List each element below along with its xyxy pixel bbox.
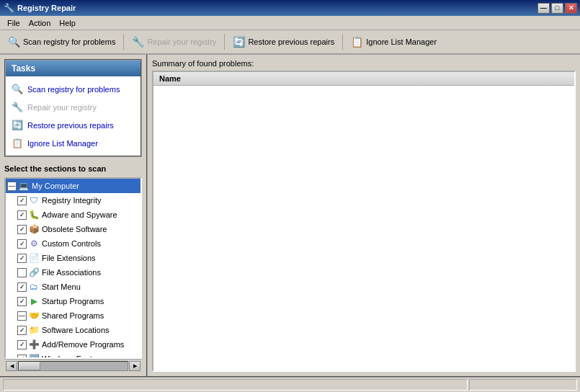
task-restore[interactable]: 🔄 Restore previous repairs [9,117,138,133]
sections-header: Select the sections to scan [4,161,142,176]
menu-help[interactable]: Help [55,17,80,29]
section-start-menu[interactable]: 🗂 Start Menu [6,280,140,294]
title-bar: 🔧 Registry Repair — □ ✕ [0,0,580,16]
problems-table: Name [152,71,576,372]
label-windows-fonts: Windows Fonts [42,355,96,359]
icon-file-associations: 🔗 [28,267,40,278]
icon-shared-programs: 🤝 [28,310,40,321]
checkbox-software-locations[interactable] [17,326,27,335]
sections-panel: Select the sections to scan 💻 My Compute… [0,161,146,376]
status-panel-right [469,379,577,391]
label-startup-programs: Startup Programs [42,297,104,306]
toolbar-restore-button[interactable]: 🔄 Restore previous repairs [228,32,339,51]
section-my-computer[interactable]: 💻 My Computer [6,179,140,193]
main-area: Tasks 🔍 Scan registry for problems 🔧 Rep… [0,55,580,376]
icon-adware-spyware: 🐛 [28,209,40,220]
toolbar: 🔍 Scan registry for problems 🔧 Repair yo… [0,30,580,55]
label-custom-controls: Custom Controls [42,239,101,248]
icon-startup-programs: ▶ [28,295,40,307]
scroll-thumb[interactable] [19,362,40,370]
toolbar-restore-label: Restore previous repairs [248,37,334,46]
toolbar-separator-3 [342,34,343,50]
checkbox-file-extensions[interactable] [17,254,27,263]
checkbox-shared-programs[interactable] [17,311,27,321]
label-registry-integrity: Registry Integrity [42,196,102,205]
toolbar-repair-label: Repair your registry [147,37,216,46]
task-scan-label: Scan registry for problems [27,85,120,94]
section-add-remove-programs[interactable]: ➕ Add/Remove Programs [6,337,140,352]
icon-file-extensions: 📄 [28,252,40,264]
label-add-remove-programs: Add/Remove Programs [42,340,124,349]
toolbar-ignore-label: Ignore List Manager [366,37,437,46]
tasks-section: Tasks 🔍 Scan registry for problems 🔧 Rep… [4,59,142,157]
section-file-extensions[interactable]: 📄 File Extensions [6,251,140,265]
checkbox-start-menu[interactable] [17,282,27,292]
section-startup-programs[interactable]: ▶ Startup Programs [6,294,140,308]
checkbox-file-associations[interactable] [17,268,27,277]
label-file-associations: File Associations [42,268,101,277]
section-windows-fonts[interactable]: 🔤 Windows Fonts [6,352,140,359]
icon-custom-controls: ⚙ [28,238,40,249]
status-panel-left [3,379,468,391]
scroll-right-button[interactable]: ▶ [129,361,140,371]
label-shared-programs: Shared Programs [42,311,104,320]
toolbar-separator-2 [224,34,225,50]
section-custom-controls[interactable]: ⚙ Custom Controls [6,236,140,251]
section-software-locations[interactable]: 📁 Software Locations [6,323,140,337]
checkbox-startup-programs[interactable] [17,297,27,306]
checkbox-registry-integrity[interactable] [17,196,27,205]
scan-toolbar-icon: 🔍 [8,36,20,48]
task-restore-icon: 🔄 [12,120,23,130]
section-adware-spyware[interactable]: 🐛 Adware and Spyware [6,208,140,222]
sections-list[interactable]: 💻 My Computer 🛡 Registry Integrity 🐛 Adw… [4,177,142,359]
section-shared-programs[interactable]: 🤝 Shared Programs [6,308,140,323]
task-restore-label: Restore previous repairs [27,121,114,130]
tasks-list: 🔍 Scan registry for problems 🔧 Repair yo… [6,76,140,156]
horizontal-scrollbar[interactable]: ◀ ▶ [4,359,142,372]
label-my-computer: My Computer [32,182,79,190]
checkbox-adware-spyware[interactable] [17,210,27,220]
task-ignore[interactable]: 📋 Ignore List Manager [9,135,138,151]
checkbox-windows-fonts[interactable] [17,355,27,360]
task-repair[interactable]: 🔧 Repair your registry [9,99,138,115]
toolbar-scan-button[interactable]: 🔍 Scan registry for problems [3,32,120,51]
minimize-button[interactable]: — [537,3,550,14]
toolbar-scan-label: Scan registry for problems [23,37,115,46]
task-repair-icon: 🔧 [12,102,23,112]
summary-label: Summary of found problems: [152,59,576,68]
table-header-name: Name [153,72,574,86]
label-adware-spyware: Adware and Spyware [42,210,117,219]
section-obsolete-software[interactable]: 📦 Obsolete Software [6,222,140,236]
task-scan-icon: 🔍 [12,84,23,94]
task-scan[interactable]: 🔍 Scan registry for problems [9,81,138,97]
app-icon: 🔧 [3,2,14,14]
ignore-toolbar-icon: 📋 [351,36,363,48]
scroll-track[interactable] [18,361,128,371]
toolbar-separator-1 [123,34,124,50]
scroll-left-button[interactable]: ◀ [6,361,17,371]
window-title: Registry Repair [17,4,76,12]
section-registry-integrity[interactable]: 🛡 Registry Integrity [6,193,140,208]
icon-registry-integrity: 🛡 [28,195,40,206]
label-start-menu: Start Menu [42,282,81,291]
tasks-header: Tasks [6,61,140,76]
toolbar-ignore-button[interactable]: 📋 Ignore List Manager [346,32,442,51]
label-file-extensions: File Extensions [42,254,96,262]
task-ignore-icon: 📋 [12,138,23,148]
icon-add-remove-programs: ➕ [28,339,40,350]
checkbox-my-computer[interactable] [7,182,17,191]
checkbox-obsolete-software[interactable] [17,225,27,234]
icon-start-menu: 🗂 [28,281,40,293]
section-file-associations[interactable]: 🔗 File Associations [6,265,140,280]
title-bar-left: 🔧 Registry Repair [3,2,76,14]
checkbox-add-remove-programs[interactable] [17,340,27,349]
menu-action[interactable]: Action [24,17,55,29]
menu-file[interactable]: File [3,17,24,29]
task-ignore-label: Ignore List Manager [27,139,98,148]
task-repair-label: Repair your registry [27,103,97,112]
maximize-button[interactable]: □ [551,3,563,14]
restore-toolbar-icon: 🔄 [233,36,245,48]
toolbar-repair-button[interactable]: 🔧 Repair your registry [127,32,221,51]
close-button[interactable]: ✕ [565,3,577,14]
checkbox-custom-controls[interactable] [17,239,27,249]
